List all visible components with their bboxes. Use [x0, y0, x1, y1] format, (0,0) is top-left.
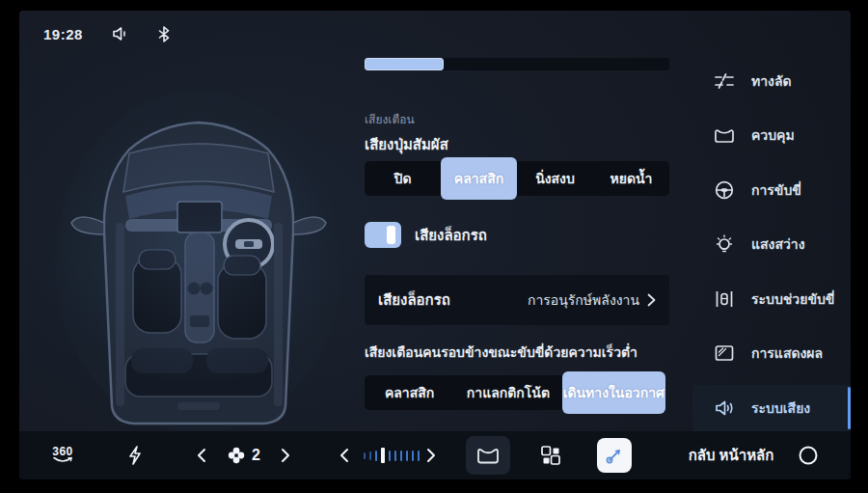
- sidebar-item-label: ทางลัด: [751, 70, 792, 92]
- screen-bezel: 19:28: [0, 0, 868, 493]
- lock-sound-row-value: การอนุรักษ์พลังงาน: [528, 289, 639, 311]
- lightning-bolt-icon: [128, 446, 142, 465]
- fan-icon: [228, 447, 245, 464]
- route-icon: [605, 446, 624, 465]
- camera-360-label: 360: [52, 447, 73, 457]
- fan-increase-button[interactable]: [281, 448, 290, 463]
- home-circle-icon: [800, 447, 818, 465]
- fan-decrease-button[interactable]: [197, 448, 206, 463]
- warning-option-galactic-note[interactable]: กาแลกติกโน้ต: [454, 375, 561, 410]
- infotainment-screen: 19:28: [19, 11, 851, 479]
- pedestrian-warning-heading: เสียงเตือนคนรอบข้างขณะขับขี่ด้วยความเร็ว…: [365, 342, 637, 363]
- home-button[interactable]: [800, 447, 818, 465]
- energy-button[interactable]: [128, 446, 142, 465]
- status-bar: 19:28: [43, 20, 170, 47]
- car-icon: [475, 446, 501, 465]
- muted-speaker-icon: [112, 26, 129, 41]
- app-grid-button[interactable]: [540, 445, 561, 466]
- touch-sound-segmented-control: ปิด คลาสสิก นิ่งสงบ หยดน้ำ: [365, 157, 669, 200]
- volume-slider[interactable]: [365, 58, 669, 70]
- chevron-right-icon: [281, 448, 290, 463]
- light-bulb-icon: [714, 233, 735, 255]
- sidebar-item-driving[interactable]: การขับขี่: [692, 167, 851, 213]
- sidebar-item-shortcuts[interactable]: ทางลัด: [692, 58, 851, 104]
- camera-360-button[interactable]: 360: [52, 447, 73, 465]
- lane-assist-icon: [714, 288, 735, 310]
- warning-option-space-travel[interactable]: เดินทางในอวกาศ: [562, 371, 665, 414]
- speaker-icon: [714, 397, 735, 419]
- lock-sound-toggle-row: เสียงล็อกรถ: [365, 222, 487, 248]
- sidebar-item-label: การขับขี่: [751, 179, 801, 201]
- sidebar-item-label: ระบบช่วยขับขี่: [751, 288, 834, 310]
- chevron-left-icon: [197, 448, 206, 463]
- sidebar-item-display[interactable]: การแสดงผล: [692, 330, 851, 376]
- volume-slider-fill: [365, 58, 444, 70]
- selected-accent-bar: [848, 387, 851, 429]
- sidebar-item-label: แสงสว่าง: [751, 233, 805, 255]
- steering-wheel-icon: [714, 179, 735, 201]
- touch-sound-option-calm[interactable]: นิ่งสงบ: [517, 161, 593, 196]
- car-glow: [19, 59, 385, 454]
- settings-sidebar: ทางลัด ควบคุม การขับขี่ แสงสว่าง ระบบช่ว…: [692, 11, 851, 431]
- temp-increase-button[interactable]: [426, 448, 436, 463]
- bluetooth-icon: [158, 26, 170, 42]
- warning-option-classic[interactable]: คลาสสิก: [365, 375, 454, 410]
- car-control-icon: [714, 124, 735, 146]
- lock-sound-row[interactable]: เสียงล็อกรถ การอนุรักษ์พลังงาน: [365, 275, 669, 325]
- section-label: เสียงเตือน: [365, 110, 415, 128]
- display-icon: [714, 342, 735, 364]
- car-top-view: [33, 78, 366, 435]
- bottom-dock: 360 2: [19, 431, 851, 479]
- touch-sound-heading: เสียงปุ่มสัมผัส: [365, 133, 448, 156]
- touch-sound-option-off[interactable]: ปิด: [365, 161, 441, 196]
- lock-sound-toggle[interactable]: [365, 222, 401, 248]
- temperature-slider[interactable]: [364, 447, 420, 464]
- lock-sound-toggle-label: เสียงล็อกรถ: [415, 224, 487, 247]
- sidebar-item-label: การแสดงผล: [751, 342, 823, 364]
- toggle-knob: [387, 226, 395, 244]
- clock: 19:28: [43, 26, 83, 42]
- chevron-left-icon: [339, 448, 349, 463]
- lock-sound-row-label: เสียงล็อกรถ: [378, 288, 450, 312]
- chevron-right-icon: [647, 293, 656, 307]
- temp-decrease-button[interactable]: [339, 448, 349, 463]
- vehicle-settings-button[interactable]: [466, 436, 510, 475]
- pedestrian-warning-segmented-control: คลาสสิก กาแลกติกโน้ต เดินทางในอวกาศ: [365, 371, 665, 414]
- touch-sound-option-waterdrop[interactable]: หยดน้ำ: [593, 161, 669, 196]
- rotate-arrow-icon: [52, 457, 73, 465]
- sidebar-item-driving-assist[interactable]: ระบบช่วยขับขี่: [692, 276, 851, 322]
- sidebar-item-label: ควบคุม: [751, 124, 795, 146]
- fan-level: 2: [252, 447, 260, 464]
- fan-speed-indicator[interactable]: 2: [228, 447, 260, 464]
- sidebar-item-lighting[interactable]: แสงสว่าง: [692, 221, 851, 267]
- sidebar-item-control[interactable]: ควบคุม: [692, 112, 851, 158]
- quick-app-button[interactable]: [597, 438, 632, 473]
- shortcuts-icon: [714, 70, 735, 92]
- touch-sound-option-classic[interactable]: คลาสสิก: [441, 157, 517, 200]
- back-home-label[interactable]: กลับ หน้าหลัก: [689, 444, 774, 467]
- grid-icon: [540, 445, 561, 466]
- chevron-right-icon: [426, 448, 436, 463]
- sidebar-item-label: ระบบเสียง: [751, 397, 810, 419]
- sidebar-item-sound-system[interactable]: ระบบเสียง: [692, 385, 851, 431]
